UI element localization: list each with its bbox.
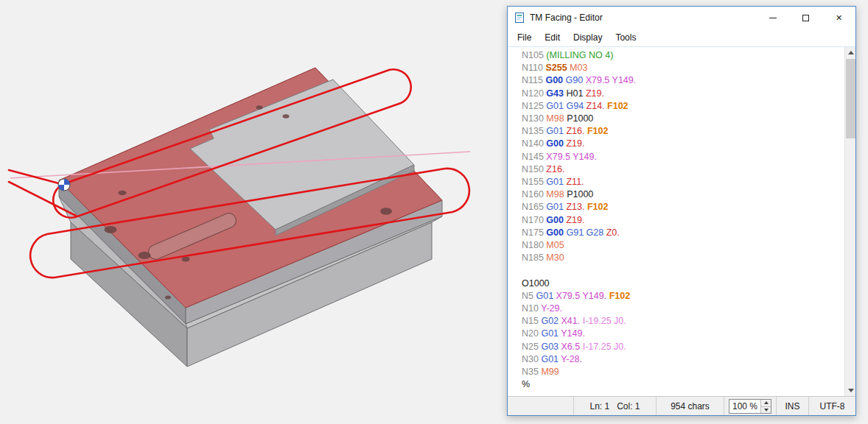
status-filler <box>508 397 573 415</box>
code-line: N125 G01 G94 Z14. F102 <box>522 100 840 113</box>
menu-bar: File Edit Display Tools <box>508 29 855 46</box>
close-icon: ✕ <box>836 13 842 23</box>
status-insert-mode: INS <box>776 397 808 415</box>
code-line: N25 G03 X6.5 I-17.25 J0. <box>522 341 840 353</box>
code-line: N115 G00 G90 X79.5 Y149. <box>522 74 840 87</box>
code-line: % <box>522 378 840 391</box>
app-icon <box>514 12 525 24</box>
status-line-col: Ln: 1 Col: 1 <box>573 397 656 415</box>
code-line: N35 M99 <box>522 366 840 378</box>
title-bar[interactable]: TM Facing - Editor ✕ <box>508 7 855 29</box>
scroll-down-icon <box>848 389 854 392</box>
menu-item-edit[interactable]: Edit <box>538 30 567 45</box>
code-line: N175 G00 G91 G28 Z0. <box>522 227 840 239</box>
spinner-down-icon <box>764 409 769 411</box>
code-line: N155 G01 Z11. <box>522 176 840 188</box>
code-line: N180 M05 <box>522 239 840 252</box>
code-line: N10 Y-29. <box>522 303 840 315</box>
minimize-icon <box>769 18 777 18</box>
origin-marker <box>58 179 70 191</box>
code-line: N130 M98 P1000 <box>522 113 840 125</box>
code-area[interactable]: N105 (MILLING NO 4)N110 S255 M03N115 G00… <box>508 47 844 396</box>
close-button[interactable]: ✕ <box>822 7 855 29</box>
editor-window: TM Facing - Editor ✕ File Edit Display T… <box>507 6 856 416</box>
editor-area: N105 (MILLING NO 4)N110 S255 M03N115 G00… <box>508 46 855 396</box>
code-line: N165 G01 Z13. F102 <box>522 201 840 213</box>
code-line: N150 Z16. <box>522 163 840 176</box>
code-line: N135 G01 Z16. F102 <box>522 125 840 138</box>
code-line: N110 S255 M03 <box>522 62 840 74</box>
code-line: N15 G02 X41. I-19.25 J0. <box>522 315 840 328</box>
code-line: O1000 <box>522 278 840 290</box>
window-title: TM Facing - Editor <box>530 13 756 23</box>
zoom-spinner <box>760 400 771 413</box>
zoom-decrease-button[interactable] <box>761 406 771 413</box>
spinner-up-icon <box>764 401 769 404</box>
minimize-button[interactable] <box>756 7 789 29</box>
zoom-control[interactable]: 100 % <box>729 399 771 414</box>
3d-viewport[interactable] <box>0 0 508 424</box>
vertical-scrollbar[interactable] <box>844 47 855 396</box>
status-char-count: 954 chars <box>656 397 724 415</box>
scroll-thumb[interactable] <box>846 59 855 138</box>
code-line: N140 G00 Z19. <box>522 138 840 150</box>
code-line: N30 G01 Y-28. <box>522 353 840 366</box>
status-bar: Ln: 1 Col: 1 954 chars 100 % INS UTF-8 <box>508 396 855 415</box>
menu-item-tools[interactable]: Tools <box>609 30 643 45</box>
code-line: N105 (MILLING NO 4) <box>522 49 840 62</box>
code-line: N120 G43 H01 Z19. <box>522 88 840 100</box>
scroll-up-icon <box>848 51 854 54</box>
code-line: N145 X79.5 Y149. <box>522 151 840 163</box>
menu-item-display[interactable]: Display <box>567 30 609 45</box>
scroll-down-button[interactable] <box>845 385 855 396</box>
desktop: TM Facing - Editor ✕ File Edit Display T… <box>0 0 868 424</box>
zoom-increase-button[interactable] <box>761 400 771 406</box>
status-encoding: UTF-8 <box>808 397 855 415</box>
code-line: N170 G00 Z19. <box>522 214 840 227</box>
machined-part-scene <box>0 0 508 424</box>
maximize-button[interactable] <box>789 7 822 29</box>
status-zoom: 100 % <box>724 397 776 415</box>
maximize-icon <box>802 15 809 21</box>
scroll-up-button[interactable] <box>845 47 855 58</box>
zoom-input[interactable]: 100 % <box>729 400 760 413</box>
code-line: N160 M98 P1000 <box>522 188 840 201</box>
code-line: N20 G01 Y149. <box>522 328 840 340</box>
code-line <box>522 264 840 277</box>
menu-item-file[interactable]: File <box>511 30 538 45</box>
code-line: N5 G01 X79.5 Y149. F102 <box>522 290 840 303</box>
code-line: N185 M30 <box>522 252 840 264</box>
